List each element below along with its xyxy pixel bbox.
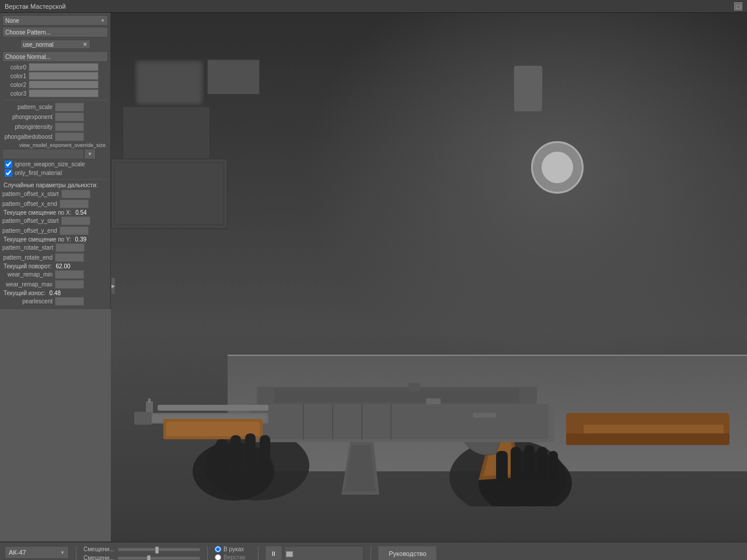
choose-pattern-button[interactable]: Choose Pattern... — [2, 27, 108, 37]
gun-svg — [128, 285, 747, 506]
color2-row: color2 — [2, 80, 108, 89]
divider2 — [2, 179, 108, 180]
offset-x-start-row: pattern_offset_x_start 0.00 — [2, 190, 108, 198]
crate3 — [207, 60, 260, 94]
barrel — [514, 65, 543, 112]
svg-rect-30 — [496, 451, 508, 483]
use-normal-button[interactable]: use_normal ✕ — [20, 40, 90, 49]
panel-expand-button[interactable]: ▶ — [111, 277, 116, 295]
shift-x-slider[interactable] — [118, 548, 200, 551]
wear-max-label: wear_remap_max — [2, 281, 55, 288]
right-buttons: Руководство Материалы Частые вопро... — [378, 546, 437, 560]
pearlescent-input[interactable]: 0.00 — [55, 297, 84, 306]
current-rotate-value: 62.00 — [56, 263, 71, 270]
weapon-dropdown[interactable]: АК-47 ▼ — [5, 546, 69, 559]
color3-row: color3 — [2, 89, 108, 97]
current-x-label: Текущее смещение по X: — [4, 209, 71, 216]
svg-rect-17 — [148, 398, 151, 403]
divider1 — [2, 100, 108, 100]
offset-x-end-input[interactable]: 1.00 — [60, 200, 89, 208]
view-model-arrow[interactable]: ▼ — [84, 149, 96, 159]
offset-y-start-input[interactable]: 0.00 — [61, 216, 90, 225]
view-workbench-radio[interactable] — [215, 554, 221, 560]
offset-y-end-label: pattern_offset_y_end — [2, 228, 60, 234]
crate2 — [123, 106, 210, 164]
ignore-weapon-checkbox[interactable] — [5, 160, 12, 168]
offset-x-start-input[interactable]: 0.00 — [61, 190, 90, 198]
color0-row: color0 — [2, 63, 108, 71]
phongintensity-label: phongintensity — [2, 124, 55, 130]
view-hand-row: В руках — [215, 546, 244, 552]
weapon-name: АК-47 — [9, 549, 26, 556]
dropdown-arrow: ▼ — [100, 18, 105, 23]
playback-section: ⏸ Осмотреть Перезарядка Поворот: Шаблон — [266, 546, 364, 560]
pause-icon: ⏸ — [270, 550, 277, 557]
view-model-input[interactable]: 256 — [2, 149, 84, 159]
left-panel: None ▼ Choose Pattern... use_normal ✕ Ch… — [0, 13, 111, 309]
svg-rect-32 — [524, 445, 535, 480]
svg-rect-27 — [231, 435, 241, 467]
view-workbench-row: Верстак — [215, 554, 245, 560]
phongalbedoboost-input[interactable]: -1 — [55, 132, 84, 141]
current-y-label: Текущее смещение по Y: — [4, 236, 71, 243]
color2-label: color2 — [2, 82, 29, 88]
choose-normal-button[interactable]: Choose Normal... — [2, 51, 108, 62]
offset-y-start-label: pattern_offset_y_start — [2, 218, 61, 224]
shift-x-thumb — [155, 547, 159, 554]
phongintensity-input[interactable]: 255 — [55, 123, 84, 131]
only-first-checkbox[interactable] — [5, 169, 12, 177]
gun-scene — [111, 13, 747, 541]
wear-min-row: wear_remap_min 0.00 — [2, 270, 108, 279]
color1-row: color1 — [2, 72, 108, 80]
view-hand-radio[interactable] — [215, 546, 221, 552]
svg-rect-28 — [245, 433, 256, 466]
color1-swatch[interactable] — [29, 72, 99, 80]
choose-pattern-label: Choose Pattern... — [5, 29, 51, 36]
pause-button[interactable]: ⏸ — [266, 546, 282, 560]
offset-y-start-row: pattern_offset_y_start 0.00 — [2, 216, 108, 225]
color1-label: color1 — [2, 73, 29, 79]
random-params-label: Случайные параметры дальности: — [2, 182, 108, 188]
offset-y-end-input[interactable]: 1.00 — [60, 226, 89, 235]
view-section: В руках Верстак Вид сбоку — [215, 546, 251, 560]
pattern-scale-input[interactable]: 1.00 — [55, 103, 84, 111]
offset-x-end-row: pattern_offset_x_end 1.00 — [2, 200, 108, 208]
ignore-weapon-row: ignore_weapon_size_scale — [2, 160, 108, 168]
divider-1 — [76, 546, 76, 560]
svg-rect-33 — [537, 447, 547, 481]
shift-y-slider[interactable] — [118, 556, 200, 560]
wear-max-input[interactable]: 1.00 — [55, 280, 84, 289]
svg-rect-26 — [216, 439, 228, 468]
phongalbedoboost-label: phongalbedoboost — [2, 134, 55, 140]
shift-y-label: Смещени... — [83, 555, 116, 560]
current-wear-value: 0.48 — [50, 290, 61, 296]
current-rotate-label: Текущий поворот: — [4, 263, 52, 270]
weapon-dropdown-arrow: ▼ — [60, 550, 65, 555]
close-button[interactable]: □ — [734, 2, 742, 10]
svg-rect-19 — [426, 398, 441, 404]
svg-rect-13 — [158, 405, 268, 411]
guide-button[interactable]: Руководство — [378, 546, 437, 560]
phongintensity-row: phongintensity 255 — [2, 123, 108, 131]
wear-min-label: wear_remap_min — [2, 271, 55, 278]
phongexponent-input[interactable]: 32 — [55, 113, 84, 121]
rotate-start-row: pattern_rotate_start 0.00 — [2, 243, 108, 252]
pattern-scale-label: pattern_scale — [2, 104, 55, 110]
wear-min-input[interactable]: 0.00 — [55, 270, 84, 279]
none-dropdown[interactable]: None ▼ — [2, 15, 108, 26]
rotate-end-input[interactable]: 360.00 — [55, 253, 84, 262]
color3-swatch[interactable] — [29, 89, 99, 97]
bottom-toolbar: АК-47 ▼ Показать StatT... Показать имен.… — [0, 541, 747, 560]
current-x-value: 0.54 — [75, 209, 86, 216]
close-icon: □ — [736, 3, 741, 10]
playback-row: ⏸ — [266, 546, 364, 560]
color2-swatch[interactable] — [29, 80, 99, 89]
svg-rect-8 — [251, 404, 549, 439]
divider-3 — [258, 546, 259, 560]
color0-swatch[interactable] — [29, 63, 99, 71]
shift-y-thumb — [147, 555, 151, 561]
svg-rect-34 — [549, 451, 558, 483]
rotate-start-input[interactable]: 0.00 — [55, 243, 85, 252]
ignore-weapon-label: ignore_weapon_size_scale — [15, 161, 85, 167]
playback-slider[interactable] — [284, 546, 364, 560]
